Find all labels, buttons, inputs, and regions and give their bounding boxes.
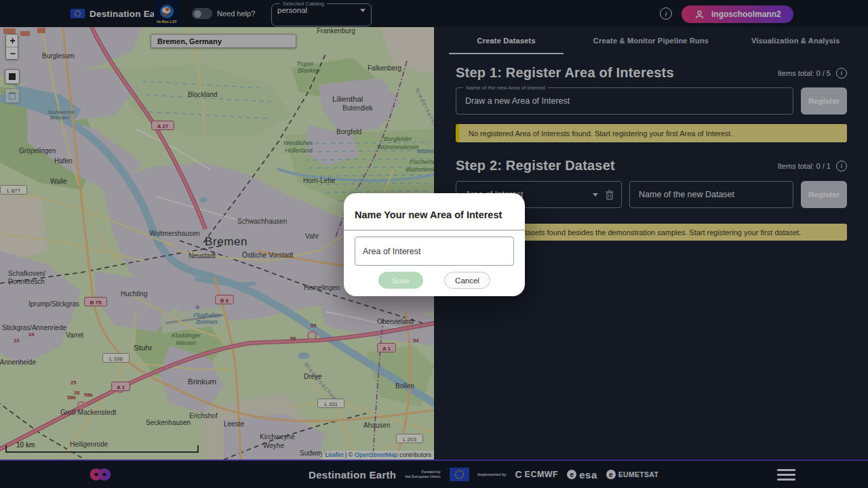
dialog-title: Name Your new Area of Interest — [355, 209, 502, 220]
name-aoi-dialog: Name Your new Area of Interest Save Canc… — [344, 193, 525, 296]
cancel-button[interactable]: Cancel — [444, 272, 490, 289]
aoi-name-dialog-input[interactable] — [355, 237, 513, 265]
dialog-buttons: Save Cancel — [344, 272, 525, 289]
app-window: Destination Earth Hi-Res LST Need help? … — [0, 0, 868, 488]
dialog-divider — [344, 230, 525, 230]
aoi-name-dialog-field — [355, 237, 514, 266]
save-button[interactable]: Save — [378, 272, 423, 289]
